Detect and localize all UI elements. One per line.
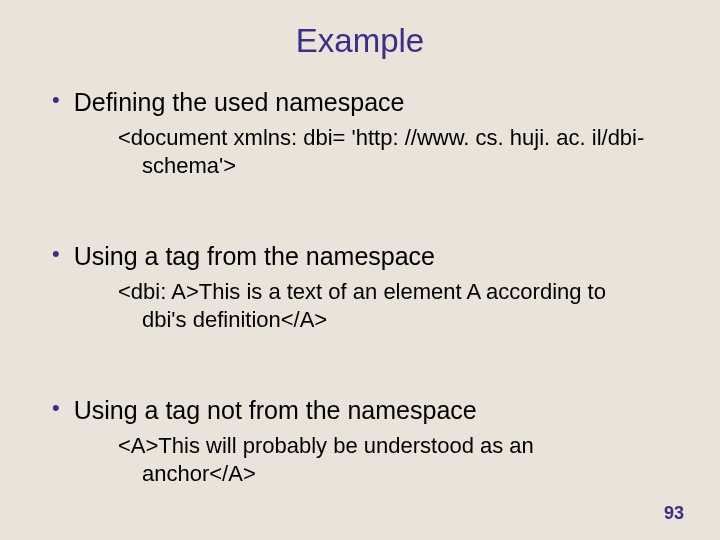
slide-content: • Defining the used namespace <document … — [0, 66, 720, 498]
subtext-line: schema'> — [118, 152, 680, 180]
bullet-item: • Using a tag from the namespace — [40, 240, 680, 272]
bullet-subtext: <dbi: A>This is a text of an element A a… — [118, 278, 680, 344]
bullet-subtext: <document xmlns: dbi= 'http: //www. cs. … — [118, 124, 680, 190]
slide-title: Example — [0, 0, 720, 66]
slide: Example • Defining the used namespace <d… — [0, 0, 720, 540]
bullet-subtext: <A>This will probably be understood as a… — [118, 432, 680, 498]
bullet-label: Using a tag from the namespace — [74, 240, 435, 272]
subtext-line: anchor</A> — [118, 460, 680, 488]
bullet-dot-icon: • — [52, 394, 60, 422]
subtext-line: <dbi: A>This is a text of an element A a… — [118, 279, 606, 304]
page-number: 93 — [664, 503, 684, 524]
bullet-item: • Using a tag not from the namespace — [40, 394, 680, 426]
bullet-label: Defining the used namespace — [74, 86, 405, 118]
bullet-item: • Defining the used namespace — [40, 86, 680, 118]
bullet-label: Using a tag not from the namespace — [74, 394, 477, 426]
subtext-line: dbi's definition</A> — [118, 306, 680, 334]
bullet-dot-icon: • — [52, 240, 60, 268]
subtext-line: <document xmlns: dbi= 'http: //www. cs. … — [118, 125, 644, 150]
bullet-dot-icon: • — [52, 86, 60, 114]
subtext-line: <A>This will probably be understood as a… — [118, 433, 534, 458]
